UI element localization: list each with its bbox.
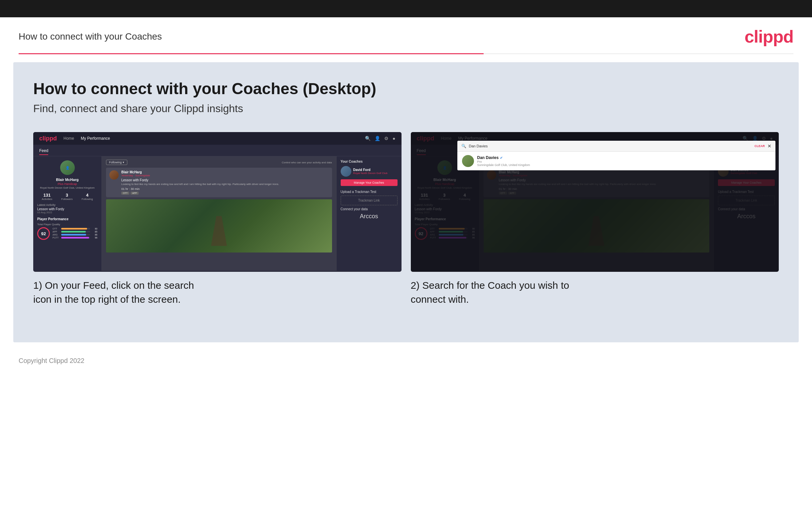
screenshot-block-2: clippd Home My Performance 🔍 👤 ⚙ ● Feed [411, 132, 779, 306]
feed-tab-label[interactable]: Feed [39, 149, 48, 155]
close-search-button[interactable]: ✕ [767, 143, 771, 149]
coach-avatar-david [341, 166, 351, 177]
clear-button[interactable]: CLEAR [755, 144, 765, 148]
latest-activity-label: Latest Activity [37, 203, 97, 207]
user-name-1: Blair McHarg [37, 178, 97, 182]
screenshot-frame-1: clippd Home My Performance 🔍 👤 ⚙ ● Feed [33, 132, 401, 272]
search-result-item[interactable]: Dan Davies ✔ Pro Sunningdale Golf Club, … [457, 152, 776, 170]
nav-my-performance-1[interactable]: My Performance [81, 136, 110, 141]
left-panel-1: 👤 Blair McHarg Plus Handicap Royal North… [33, 156, 101, 271]
activity-date: 03 Aug 2022 [37, 211, 97, 214]
coaches-title-1: Your Coaches [341, 160, 397, 163]
stat-followers: 3 Followers [61, 193, 73, 201]
lesson-title: Lesson with Fordy [121, 178, 329, 182]
bar-putt: PUTT 96 [52, 237, 97, 239]
app-nav-icons-1: 🔍 👤 ⚙ ● [365, 136, 395, 141]
result-name: Dan Davies ✔ [477, 155, 530, 160]
user-handicap-1: Plus Handicap [37, 182, 97, 186]
manage-coaches-btn[interactable]: Manage Your Coaches [341, 179, 397, 186]
top-bar [0, 0, 812, 17]
search-modal: 🔍 Dan Davies CLEAR ✕ Dan Davies ✔ Pro [457, 141, 776, 170]
page-title: How to connect with your Coaches [18, 31, 162, 42]
app-feed-tab-1: Feed [33, 145, 401, 156]
search-icon-modal: 🔍 [461, 144, 466, 149]
following-row: Following ▾ Control who can see your act… [106, 160, 332, 165]
coach-name-1: David Ford [353, 168, 388, 172]
tag-ott: OTT [121, 192, 129, 195]
stats-row-1: 131 Activities 3 Followers 4 Following [37, 193, 97, 201]
arccos-logo: Arccos [341, 213, 397, 220]
trackman-box: Trackman Link [341, 196, 397, 205]
user-avatar-1: 👤 [60, 160, 75, 175]
lesson-sub: Yesterday · Sunningdale [121, 174, 329, 177]
stat-activities: 131 Activities [42, 193, 52, 201]
performance-title: Player Performance [37, 217, 97, 221]
right-panel-1: Your Coaches David Ford Royal North Devo… [337, 156, 401, 271]
screenshot-block-1: clippd Home My Performance 🔍 👤 ⚙ ● Feed [33, 132, 401, 306]
result-avatar [462, 155, 474, 167]
lesson-desc: Looking to feel like my hands are exitin… [121, 183, 329, 186]
avatar-icon[interactable]: ● [392, 136, 395, 141]
golf-image-1 [106, 199, 332, 253]
user-icon[interactable]: 👤 [375, 136, 380, 141]
lesson-tags: OTT APP [121, 192, 329, 195]
perf-bars: OTT 90 APP 85 ARG [52, 227, 97, 240]
coach-avatar-sm [109, 170, 118, 180]
user-club-1: Royal North Devon Golf Club, United King… [37, 186, 97, 189]
coach-details-1: David Ford Royal North Devon Golf Club [353, 168, 388, 175]
verified-badge: ✔ [500, 156, 503, 160]
app-nav-logo-1: clippd [39, 135, 57, 142]
lesson-coach-name: Blair McHarg [121, 170, 329, 174]
header: How to connect with your Coaches clippd [0, 17, 812, 53]
bar-arg: ARG 86 [52, 234, 97, 236]
activity-name: Lesson with Fordy [37, 207, 97, 211]
content-title: How to connect with your Coaches (Deskto… [33, 80, 779, 98]
upload-title: Upload a Trackman Test [341, 190, 397, 194]
copyright: Copyright Clippd 2022 [18, 357, 85, 364]
screenshot-frame-2: clippd Home My Performance 🔍 👤 ⚙ ● Feed [411, 132, 779, 272]
connect-title: Connect your data [341, 207, 397, 211]
app-nav-1: clippd Home My Performance 🔍 👤 ⚙ ● [33, 132, 401, 145]
lesson-card-1: Blair McHarg Yesterday · Sunningdale Les… [106, 168, 332, 197]
step2-desc: 2) Search for the Coach you wish toconne… [411, 272, 779, 306]
nav-home-1[interactable]: Home [63, 136, 74, 141]
score-circle: 92 [37, 227, 50, 240]
search-bar: 🔍 Dan Davies CLEAR ✕ [457, 141, 776, 152]
trackman-placeholder: Trackman Link [344, 199, 394, 202]
tag-app: APP [131, 192, 139, 195]
screenshots-row: clippd Home My Performance 🔍 👤 ⚙ ● Feed [33, 132, 779, 306]
lesson-duration: 01 hr : 30 min [121, 187, 329, 190]
search-icon[interactable]: 🔍 [365, 136, 371, 141]
coach-club-1: Royal North Devon Golf Club [353, 172, 388, 175]
search-input-display[interactable]: Dan Davies [469, 144, 752, 148]
content-subtitle: Find, connect and share your Clippd insi… [33, 102, 779, 115]
bar-ott: OTT 90 [52, 227, 97, 230]
main-content: How to connect with your Coaches (Deskto… [13, 62, 799, 342]
header-divider [18, 53, 794, 54]
result-club: Sunningdale Golf Club, United Kingdom [477, 163, 530, 167]
control-link[interactable]: Control who can see your activity and da… [282, 161, 332, 164]
lesson-info: Blair McHarg Yesterday · Sunningdale Les… [121, 170, 329, 195]
stat-following: 4 Following [82, 193, 93, 201]
perf-score-row: 92 OTT 90 APP 85 [37, 227, 97, 240]
app-body-1: 👤 Blair McHarg Plus Handicap Royal North… [33, 156, 401, 271]
following-btn[interactable]: Following ▾ [106, 160, 127, 165]
coach-entry-1: David Ford Royal North Devon Golf Club [341, 166, 397, 177]
result-role: Pro [477, 160, 530, 163]
settings-icon[interactable]: ⚙ [384, 136, 389, 141]
perf-subtitle: Total Player Quality [37, 223, 97, 226]
mid-panel-1: Following ▾ Control who can see your act… [101, 156, 337, 271]
footer: Copyright Clippd 2022 [0, 350, 812, 371]
clippd-logo: clippd [745, 27, 794, 47]
result-info: Dan Davies ✔ Pro Sunningdale Golf Club, … [477, 155, 530, 167]
step1-desc: 1) On your Feed, click on the searchicon… [33, 272, 401, 306]
bar-app: APP 85 [52, 230, 97, 233]
